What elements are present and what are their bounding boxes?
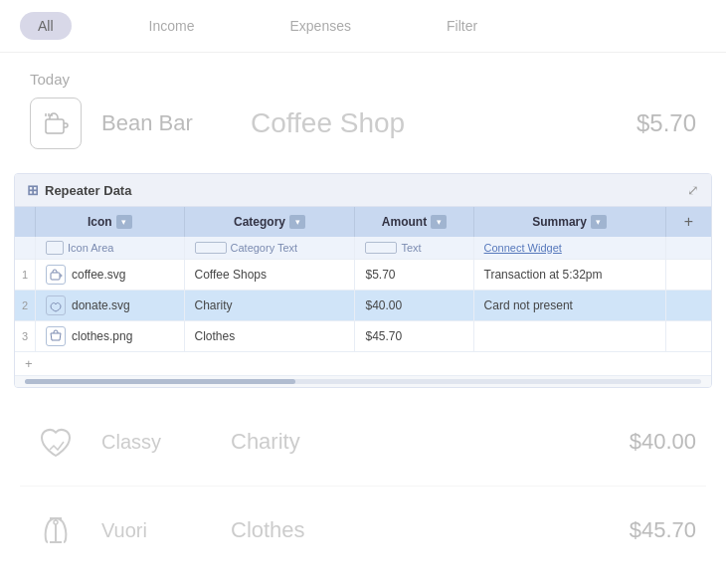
row2-icon — [46, 295, 66, 315]
scrollbar-track — [25, 379, 701, 384]
repeater-panel: ⊞ Repeater Data ⤢ Icon ▾ Category ▾ — [14, 173, 712, 388]
row3-icon-cell: clothes.png — [36, 321, 185, 352]
row3-summary — [473, 321, 665, 352]
col-header-icon: Icon ▾ — [36, 207, 185, 237]
row2-category: Charity — [184, 291, 355, 321]
add-column-button[interactable]: + — [676, 213, 701, 231]
repeater-title-text: Repeater Data — [45, 183, 131, 198]
connect-widget-link[interactable]: Connect Widget — [484, 242, 562, 254]
charity-icon — [30, 416, 82, 468]
subrow-amount-label: Text — [401, 242, 421, 254]
row1-icon-name: coffee.svg — [72, 268, 125, 282]
row-num-1: 1 — [15, 260, 36, 291]
icon-area-placeholder — [46, 241, 64, 255]
subrow: Icon Area Category Text Text Co — [15, 237, 711, 260]
filter-bar: All Income Expenses Filter — [0, 0, 726, 53]
transaction-icon — [30, 98, 82, 149]
icon-filter-btn[interactable]: ▾ — [116, 215, 132, 229]
row1-icon-cell: coffee.svg — [36, 260, 185, 291]
svg-point-5 — [54, 520, 58, 524]
row1-category: Coffee Shops — [184, 260, 355, 291]
expand-icon[interactable]: ⤢ — [687, 182, 699, 198]
clothes-category: Clothes — [231, 517, 610, 543]
col-header-summary: Summary ▾ — [473, 207, 665, 237]
row3-icon — [46, 326, 66, 346]
row2-icon-cell: donate.svg — [36, 291, 185, 321]
svg-rect-4 — [51, 273, 60, 280]
row-num-2: 2 — [15, 291, 36, 321]
charity-category: Charity — [231, 429, 610, 455]
preview-row-clothes: Vuori Clothes $45.70 — [20, 487, 706, 574]
repeater-title: ⊞ Repeater Data — [27, 182, 131, 198]
data-table: Icon ▾ Category ▾ Amount ▾ — [15, 207, 711, 352]
col-header-category: Category ▾ — [184, 207, 355, 237]
transaction-amount: $5.70 — [636, 109, 696, 137]
table-row: 2 donate.svg Charity $40.00 Card not pre… — [15, 291, 711, 321]
charity-name: Classy — [101, 431, 211, 454]
scrollbar-area[interactable] — [15, 375, 711, 387]
table-icon: ⊞ — [27, 182, 39, 198]
transaction-name: Bean Bar — [101, 110, 231, 136]
table-row: 1 coffee.svg Coffee Shops — [15, 260, 711, 291]
preview-row-charity: Classy Charity $40.00 — [20, 398, 706, 487]
category-text-placeholder — [195, 242, 227, 254]
clothes-amount: $45.70 — [630, 517, 696, 543]
transaction-preview: Bean Bar Coffee Shop $5.70 — [30, 98, 696, 149]
row1-amount: $5.70 — [355, 260, 473, 291]
subrow-category-label: Category Text — [231, 242, 298, 254]
row1-icon — [46, 265, 66, 285]
subrow-amount-cell: Text — [355, 237, 473, 260]
subrow-icon-label: Icon Area — [68, 242, 113, 254]
repeater-header: ⊞ Repeater Data ⤢ — [15, 174, 711, 207]
clothes-name: Vuori — [101, 519, 211, 542]
filter-income-button[interactable]: Income — [131, 12, 213, 40]
add-row-button[interactable]: + — [15, 352, 711, 375]
row-num-3: 3 — [15, 321, 36, 352]
row3-icon-name: clothes.png — [72, 329, 132, 343]
today-label: Today — [30, 71, 696, 88]
clothes-icon — [30, 504, 82, 556]
filter-all-button[interactable]: All — [20, 12, 72, 40]
scrollbar-thumb — [25, 379, 295, 384]
row2-amount: $40.00 — [355, 291, 473, 321]
subrow-summary-cell: Connect Widget — [473, 237, 665, 260]
charity-amount: $40.00 — [630, 429, 696, 455]
row1-summary: Transaction at 5:32pm — [473, 260, 665, 291]
amount-filter-btn[interactable]: ▾ — [431, 215, 447, 229]
amount-text-placeholder — [365, 242, 397, 254]
svg-rect-0 — [46, 119, 64, 133]
row2-icon-name: donate.svg — [72, 298, 130, 312]
today-section: Today Bean Bar Coffee Shop $5.70 — [0, 53, 726, 163]
col-header-amount: Amount ▾ — [355, 207, 473, 237]
row2-summary: Card not present — [473, 291, 665, 321]
row3-category: Clothes — [184, 321, 355, 352]
subrow-category-cell: Category Text — [184, 237, 355, 260]
filter-expenses-button[interactable]: Expenses — [272, 12, 368, 40]
category-filter-btn[interactable]: ▾ — [289, 215, 305, 229]
summary-filter-btn[interactable]: ▾ — [591, 215, 607, 229]
filter-filter-button[interactable]: Filter — [429, 12, 495, 40]
transaction-category: Coffee Shop — [251, 107, 617, 139]
subrow-icon-cell: Icon Area — [36, 237, 185, 260]
table-row: 3 clothes.png Clothes $45.70 — [15, 321, 711, 352]
bottom-previews: Classy Charity $40.00 Vuori Clothes $45.… — [0, 398, 726, 574]
row3-amount: $45.70 — [355, 321, 473, 352]
